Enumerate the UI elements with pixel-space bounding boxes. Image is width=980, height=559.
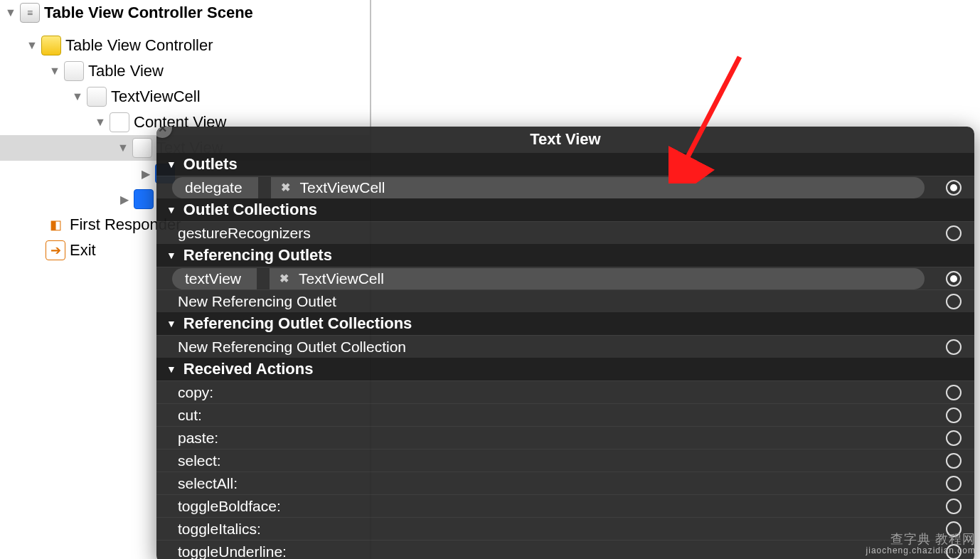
disclosure-triangle-icon[interactable]: ▼ [166, 363, 176, 375]
storyboard-scene-icon: ≡ [20, 3, 40, 23]
outlet-name: textView [172, 268, 257, 289]
connection-well-icon[interactable] [946, 180, 962, 196]
cell-label: TextViewCell [111, 87, 201, 106]
watermark: 查字典 教程网 jiaocheng.chazidian.com [866, 532, 976, 556]
outlet-destination[interactable]: ✖ TextViewCell [271, 177, 925, 198]
action-row[interactable]: cut: [156, 403, 974, 426]
connection-well-icon[interactable] [946, 385, 962, 400]
section-referencing-outlets[interactable]: ▼ Referencing Outlets [156, 244, 974, 267]
action-row[interactable]: copy: [156, 380, 974, 403]
popover-title: Text View [156, 127, 974, 153]
action-row[interactable]: toggleUnderline: [156, 540, 974, 559]
disclosure-triangle-icon[interactable]: ▼ [166, 318, 176, 329]
connection-well-icon[interactable] [946, 225, 962, 241]
disclosure-triangle-icon[interactable]: ▼ [117, 142, 129, 154]
disclosure-triangle-icon[interactable]: ▼ [48, 65, 61, 78]
connection-well-icon[interactable] [946, 294, 962, 309]
tablecell-icon [87, 87, 107, 107]
disclosure-triangle-icon[interactable]: ▼ [4, 6, 17, 19]
outlet-destination[interactable]: ✖ TextViewCell [270, 268, 925, 289]
connection-well-icon[interactable] [946, 453, 962, 469]
contentview-icon [110, 112, 129, 132]
section-outlets[interactable]: ▼ Outlets [156, 153, 974, 176]
layout-constraints-icon [134, 189, 154, 209]
outline-cell-row[interactable]: ▼ TextViewCell [0, 84, 370, 110]
disconnect-icon[interactable]: ✖ [279, 272, 289, 285]
outlet-name: delegate [172, 177, 258, 198]
referencing-outlet-textview-row[interactable]: textView ✖ TextViewCell [156, 267, 974, 289]
outline-scene-row[interactable]: ▼ ≡ Table View Controller Scene [0, 0, 370, 26]
outline-tableview-row[interactable]: ▼ Table View [0, 58, 370, 84]
tableview-label: Table View [88, 62, 164, 80]
new-referencing-outlet-collection-row[interactable]: New Referencing Outlet Collection [156, 335, 974, 358]
disclosure-triangle-icon[interactable]: ▼ [94, 116, 107, 129]
tableview-icon [64, 61, 84, 81]
disclosure-triangle-icon[interactable]: ▶ [118, 193, 131, 206]
action-row[interactable]: select: [156, 449, 974, 472]
new-referencing-outlet-row[interactable]: New Referencing Outlet [156, 289, 974, 312]
disclosure-triangle-icon[interactable]: ▼ [71, 90, 84, 103]
outline-vc-row[interactable]: ▼ Table View Controller [0, 33, 370, 58]
connection-well-icon[interactable] [946, 499, 962, 514]
disclosure-triangle-icon[interactable]: ▼ [26, 39, 38, 52]
disclosure-triangle-icon[interactable]: ▼ [166, 159, 176, 170]
disclosure-triangle-icon[interactable]: ▶ [139, 167, 152, 181]
scene-label: Table View Controller Scene [44, 4, 253, 22]
textview-icon [132, 138, 152, 158]
connection-well-icon[interactable] [946, 339, 962, 355]
connection-well-icon[interactable] [946, 271, 962, 287]
disclosure-triangle-icon[interactable]: ▼ [166, 250, 176, 261]
first-responder-icon: ◧ [46, 215, 65, 235]
connection-well-icon[interactable] [946, 408, 962, 423]
vc-label: Table View Controller [65, 36, 213, 55]
viewcontroller-icon [41, 36, 61, 55]
connections-inspector-popover: ✕ Text View ▼ Outlets delegate ✖ TextVie… [156, 127, 974, 559]
exit-icon: ➔ [46, 240, 65, 260]
action-row[interactable]: paste: [156, 426, 974, 449]
section-received-actions[interactable]: ▼ Received Actions [156, 358, 974, 380]
exit-label: Exit [70, 241, 96, 260]
disconnect-icon[interactable]: ✖ [281, 181, 290, 194]
section-referencing-outlet-collections[interactable]: ▼ Referencing Outlet Collections [156, 312, 974, 335]
section-outlet-collections[interactable]: ▼ Outlet Collections [156, 198, 974, 221]
outlet-delegate-row[interactable]: delegate ✖ TextViewCell [156, 176, 974, 198]
connection-well-icon[interactable] [946, 476, 962, 491]
action-row[interactable]: selectAll: [156, 472, 974, 494]
action-row[interactable]: toggleBoldface: [156, 494, 974, 517]
action-row[interactable]: toggleItalics: [156, 517, 974, 540]
connection-well-icon[interactable] [946, 430, 962, 446]
outlet-gesture-recognizers-row[interactable]: gestureRecognizers [156, 221, 974, 244]
disclosure-triangle-icon[interactable]: ▼ [166, 204, 176, 215]
